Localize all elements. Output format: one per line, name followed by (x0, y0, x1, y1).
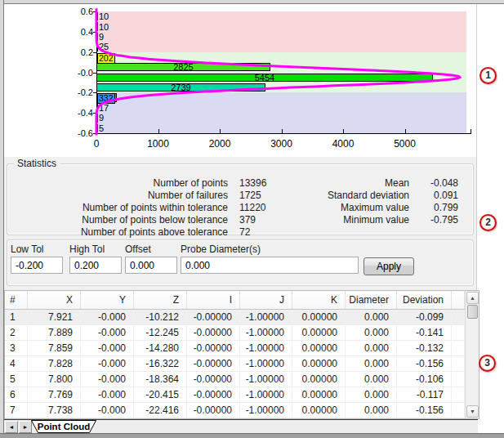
stat-label: Number of points below tolerance (14, 214, 228, 226)
table-cell-filler (452, 325, 465, 341)
probe-diameter-input[interactable] (181, 257, 359, 274)
table-cell: -0.00000 (187, 341, 240, 356)
table-row[interactable]: 67.769-0.000-20.415-0.00000-1.000000.000… (5, 387, 465, 403)
stat-row: Mean-0.048 (287, 177, 458, 190)
table-header-cell-i[interactable]: I (187, 291, 240, 309)
table-row[interactable]: 37.859-0.000-14.280-0.00000-1.000000.000… (5, 341, 465, 356)
table-header-cell-j[interactable]: J (240, 291, 292, 309)
table-cell: -0.141 (397, 325, 452, 341)
table-cell: 0.00000 (292, 372, 346, 387)
low-tol-input[interactable] (11, 257, 63, 274)
table-header-cell-diameter[interactable]: Diameter (346, 291, 397, 309)
stat-value: 379 (239, 214, 288, 226)
offset-label: Offset (125, 244, 151, 255)
table-cell: -0.106 (397, 372, 452, 387)
table-header-cell-k[interactable]: K (292, 291, 346, 309)
table-grid: #XYZIJKDiameterDeviation 17.921-0.000-10… (5, 291, 465, 418)
tolerance-panel: Low TolHigh TolOffsetProbe Diameter(s) A… (7, 239, 474, 286)
table-row[interactable]: 17.921-0.000-10.212-0.00000-1.000000.000… (5, 310, 465, 325)
table-cell: -22.416 (134, 403, 187, 418)
stat-row: Maximum value0.799 (287, 202, 458, 214)
callout-2: 2 (479, 214, 497, 231)
table-header-cell-y[interactable]: Y (81, 291, 134, 309)
table-cell-filler (452, 310, 465, 325)
statistics-left-column: Number of points13396Number of failures1… (14, 177, 288, 239)
table-row[interactable]: 57.800-0.000-18.364-0.00000-1.000000.000… (5, 372, 465, 387)
table-header-cell-index[interactable]: # (5, 291, 28, 309)
low-tol-label: Low Tol (11, 244, 43, 255)
table-cell: 7.859 (28, 341, 81, 356)
table-cell: -0.099 (397, 310, 452, 325)
stat-row: Number of points above tolerance72 (14, 226, 288, 239)
table-row[interactable]: 27.889-0.000-12.245-0.00000-1.000000.000… (5, 325, 465, 341)
stat-value: -0.048 (421, 177, 458, 190)
tab-scroll-right-button[interactable]: ► (19, 421, 32, 433)
table-header-cell-x[interactable]: X (28, 291, 81, 309)
deviation-histogram-chart: 0100020003000400050000.60.40.2-0.0-0.2-0… (4, 4, 477, 157)
scroll-thumb[interactable] (467, 305, 478, 319)
table-cell: -0.117 (397, 387, 452, 403)
stat-value: -0.795 (421, 214, 458, 226)
callout-3: 3 (479, 355, 496, 372)
scroll-down-button[interactable]: ▼ (466, 405, 479, 418)
table-cell: -0.00000 (187, 387, 240, 403)
table-cell: -0.00000 (187, 310, 240, 325)
table-cell: 5 (5, 372, 28, 387)
stat-row: Number of points13396 (14, 177, 288, 190)
table-cell: -0.000 (81, 387, 134, 403)
table-cell: 0.000 (346, 341, 397, 356)
table-cell: -0.00000 (187, 356, 240, 372)
table-cell: 0.000 (346, 372, 397, 387)
scroll-up-button[interactable]: ▲ (466, 292, 479, 304)
table-cell: 1 (5, 310, 28, 325)
table-cell: 4 (5, 356, 28, 372)
table-cell: -1.00000 (240, 403, 292, 418)
offset-input[interactable] (125, 257, 177, 274)
stat-label: Standard deviation (287, 190, 409, 202)
table-cell: -10.212 (134, 310, 187, 325)
stat-row: Number of points within tolerance11220 (14, 202, 288, 214)
stat-row: Number of failures1725 (14, 190, 288, 202)
vertical-scrollbar[interactable]: ▲ ▼ (465, 291, 479, 418)
table-cell: -14.280 (134, 341, 187, 356)
table-cell: 7.921 (28, 310, 81, 325)
stat-label: Maximum value (287, 202, 409, 214)
table-cell: 0.000 (346, 403, 397, 418)
table-cell-filler (452, 387, 465, 403)
stat-row: Standard deviation0.091 (287, 190, 458, 202)
stat-label: Mean (287, 177, 409, 190)
table-header-row: #XYZIJKDiameterDeviation (5, 291, 465, 310)
table-cell: -18.364 (134, 372, 187, 387)
high-tol-input[interactable] (69, 257, 122, 274)
stat-value: 0.091 (421, 190, 458, 202)
table-cell: 3 (5, 341, 28, 356)
table-cell: -0.00000 (187, 325, 240, 341)
table-cell-filler (452, 341, 465, 356)
table-cell: 0.00000 (292, 341, 346, 356)
table-header-cell-z[interactable]: Z (134, 291, 187, 309)
table-cell: -0.000 (81, 325, 134, 341)
table-row[interactable]: 47.828-0.000-16.322-0.00000-1.000000.000… (5, 356, 465, 372)
tab-point-cloud[interactable]: Point Cloud (31, 420, 96, 433)
table-cell: -0.00000 (187, 372, 240, 387)
table-cell: 0.000 (346, 325, 397, 341)
table-cell: 0.00000 (292, 403, 346, 418)
stat-row: Number of points below tolerance379 (14, 214, 288, 226)
sheet-tab-bar: ◄ ► Point Cloud (4, 419, 478, 433)
table-cell: -1.00000 (240, 387, 292, 403)
stat-label: Number of points within tolerance (14, 202, 228, 214)
apply-button[interactable]: Apply (364, 257, 414, 275)
table-cell: -0.156 (397, 403, 452, 418)
table-cell: -16.322 (134, 356, 187, 372)
stat-value: 11220 (239, 202, 288, 214)
table-cell: 0.00000 (292, 387, 346, 403)
table-cell: 7.800 (28, 372, 81, 387)
table-row[interactable]: 77.738-0.000-22.416-0.00000-1.000000.000… (5, 403, 465, 418)
table-cell: -1.00000 (240, 356, 292, 372)
table-cell: 2 (5, 325, 28, 341)
tab-scroll-left-button[interactable]: ◄ (5, 421, 18, 433)
table-cell: 0.000 (346, 310, 397, 325)
table-header-cell-deviation[interactable]: Deviation (397, 291, 452, 309)
stat-label: Minimum value (287, 214, 409, 226)
table-cell: 7.738 (28, 403, 81, 418)
